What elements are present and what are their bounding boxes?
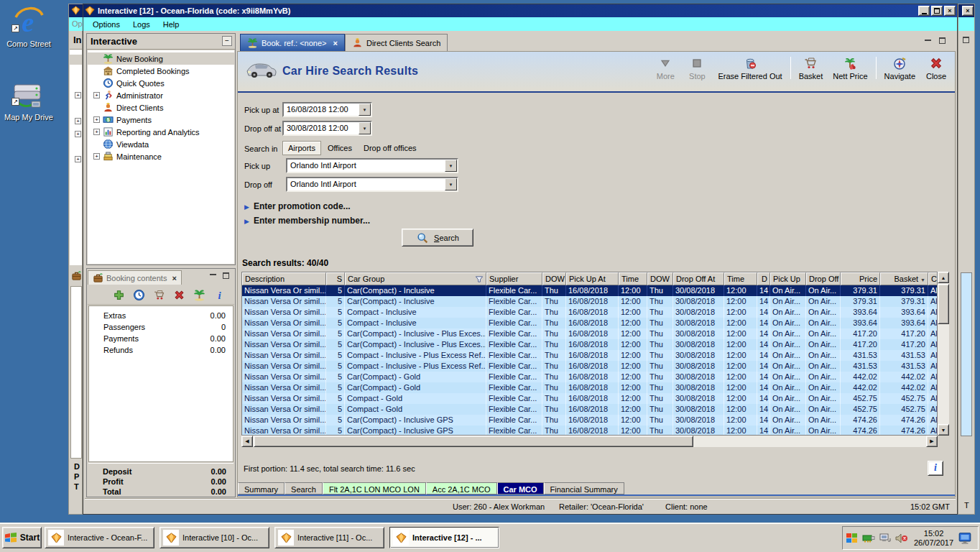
basket-button[interactable]: Basket: [794, 54, 828, 82]
background-window-right-edge[interactable]: × T: [958, 4, 975, 515]
minimize-button[interactable]: [918, 6, 930, 16]
nett-price-button[interactable]: Nett Price: [828, 54, 872, 82]
taskbar-button-interactive-11-oc[interactable]: Interactive [11] - Oc...: [274, 527, 384, 548]
bottom-tab-search[interactable]: Search: [285, 482, 323, 494]
sidebar-item-payments[interactable]: +$Payments: [88, 114, 234, 126]
search-in-airports[interactable]: Airports: [282, 141, 321, 155]
table-row[interactable]: Nissan Versa Or simil...5Compact - Inclu…: [242, 350, 937, 361]
booking-toolbar-plus-button[interactable]: [113, 289, 125, 301]
tray-vm-icon[interactable]: [846, 532, 859, 545]
navigate-button[interactable]: Navigate: [879, 54, 920, 82]
sidebar-collapse-button[interactable]: −: [222, 36, 232, 46]
menu-logs[interactable]: Logs: [126, 19, 157, 30]
bg-maximize-pane-icon[interactable]: [963, 37, 969, 43]
sidebar-item-reporting-and-analytics[interactable]: +Reporting and Analytics: [88, 126, 234, 138]
tree-expander-icon[interactable]: +: [93, 129, 100, 135]
column-header-d[interactable]: D: [757, 272, 770, 285]
table-row[interactable]: Nissan Versa Or simil...5Compact - Inclu…: [242, 361, 937, 372]
bg-tree-expander[interactable]: +: [75, 118, 81, 124]
dropdown-arrow-icon[interactable]: ▼: [359, 122, 371, 134]
table-row[interactable]: Nissan Versa Or simil...5Car(Compact) - …: [242, 285, 937, 296]
taskbar-button-interactive-ocean-f[interactable]: Interactive - Ocean-F...: [45, 527, 154, 548]
bottom-tab-acc-2a-1c-mco[interactable]: Acc 2A,1C MCO: [426, 482, 497, 494]
bg-close-button[interactable]: ×: [962, 6, 974, 16]
booking-toolbar-clock-button[interactable]: [133, 289, 145, 301]
table-row[interactable]: Nissan Versa Or simil...5Compact - GoldF…: [242, 404, 937, 415]
promotion-code-expander[interactable]: ▶Enter promotion code...: [244, 201, 351, 211]
search-in-offices[interactable]: Offices: [323, 142, 357, 155]
sidebar-item-completed-bookings[interactable]: Completed Bookings: [88, 65, 234, 77]
booking-tab-close-icon[interactable]: ×: [172, 274, 176, 282]
column-header-pick-up-at[interactable]: Pick Up At: [566, 272, 619, 285]
tab-close-icon[interactable]: ×: [333, 39, 338, 47]
tray-mute-icon[interactable]: [895, 532, 908, 545]
table-row[interactable]: Nissan Versa Or simil...5Car(Compact) - …: [242, 382, 937, 393]
column-header-time[interactable]: Time: [619, 272, 647, 285]
column-header-s[interactable]: S: [326, 272, 345, 285]
horizontal-scrollbar-thumb[interactable]: [254, 436, 693, 447]
scroll-up-icon[interactable]: ▲: [938, 272, 949, 283]
table-row[interactable]: Nissan Versa Or simil...5Car(Compact) - …: [242, 426, 937, 436]
scroll-down-icon[interactable]: ▼: [938, 424, 949, 436]
bottom-tab-financial-summary[interactable]: Financial Summary: [544, 482, 624, 494]
horizontal-scrollbar[interactable]: ◀ ▶: [241, 436, 938, 447]
table-row[interactable]: Nissan Versa Or simil...5Compact - Inclu…: [242, 307, 937, 318]
sidebar-item-viewdata[interactable]: Viewdata: [88, 138, 234, 150]
dropdown-arrow-icon[interactable]: ▼: [445, 178, 457, 190]
start-button[interactable]: Start: [2, 527, 42, 548]
column-header-supplier[interactable]: Supplier: [486, 272, 542, 285]
pickup-location-combo[interactable]: Orlando Intl Airport ▼: [286, 158, 458, 173]
column-header-dow2[interactable]: DOW: [647, 272, 673, 285]
scroll-left-icon[interactable]: ◀: [241, 436, 253, 447]
scroll-right-icon[interactable]: ▶: [926, 436, 938, 447]
sidebar-item-administrator[interactable]: +Administrator: [88, 89, 234, 101]
booking-toolbar-cart-button[interactable]: [153, 289, 165, 301]
dropdown-arrow-icon[interactable]: ▼: [359, 104, 371, 116]
erase-filtered-out-button[interactable]: Erase Filtered Out: [713, 54, 787, 82]
close-button[interactable]: Close: [920, 54, 952, 82]
tree-expander-icon[interactable]: +: [93, 116, 100, 123]
search-button[interactable]: Search: [402, 229, 473, 247]
window-titlebar[interactable]: Interactive [12] - Ocean-Florida (code: …: [83, 4, 957, 17]
table-row[interactable]: Nissan Versa Or simil...5Car(Compact) - …: [242, 328, 937, 339]
filter-icon[interactable]: [475, 275, 484, 283]
bg-tree-expander[interactable]: +: [75, 131, 81, 137]
tree-expander-icon[interactable]: +: [93, 92, 100, 98]
show-desktop-icon[interactable]: [958, 532, 972, 545]
tray-netplug-icon[interactable]: [879, 532, 892, 545]
column-header-drop-off[interactable]: Drop Off: [806, 272, 841, 285]
sidebar-item-quick-quotes[interactable]: Quick Quotes: [88, 77, 234, 89]
table-row[interactable]: Nissan Versa Or simil...5Car(Compact) - …: [242, 296, 937, 307]
tray-nic-icon[interactable]: [862, 532, 875, 545]
column-header-time2[interactable]: Time: [724, 272, 757, 285]
sidebar-item-maintenance[interactable]: +Maintenance: [88, 150, 234, 162]
vertical-scrollbar[interactable]: ▲ ▼: [938, 272, 949, 436]
taskbar-button-interactive-12[interactable]: Interactive [12] - ...: [389, 527, 499, 548]
info-button[interactable]: i: [928, 461, 943, 476]
column-header-drop-off-at[interactable]: Drop Off At: [673, 272, 724, 285]
column-header-dow[interactable]: DOW: [542, 272, 566, 285]
sidebar-item-direct-clients[interactable]: Direct Clients: [88, 101, 234, 114]
close-button[interactable]: ×: [944, 6, 956, 16]
desktop-icon-map-my-drive[interactable]: ↗ Map My Drive: [0, 80, 57, 121]
dropdown-arrow-icon[interactable]: ▼: [445, 160, 457, 172]
vertical-scrollbar-thumb[interactable]: [938, 284, 949, 324]
menu-help[interactable]: Help: [157, 19, 186, 30]
pickup-at-combo[interactable]: 16/08/2018 12:00 ▼: [282, 102, 372, 117]
booking-contents-tab[interactable]: Booking contents ×: [88, 270, 182, 285]
menu-options[interactable]: Options: [86, 19, 126, 30]
pane-maximize-icon[interactable]: [223, 272, 229, 279]
dropoff-at-combo[interactable]: 30/08/2018 12:00 ▼: [282, 121, 372, 136]
column-header-pick-up[interactable]: Pick Up: [770, 272, 806, 285]
pane-minimize-icon[interactable]: [210, 273, 216, 275]
column-header-car-co[interactable]: Ca: [928, 272, 938, 285]
bg-tree-expander[interactable]: +: [75, 92, 81, 98]
tab-direct-clients-search[interactable]: Direct Clients Search: [345, 34, 448, 51]
table-row[interactable]: Nissan Versa Or simil...5Car(Compact) - …: [242, 339, 937, 350]
search-in-drop-off-offices[interactable]: Drop off offices: [359, 142, 422, 155]
bottom-tab-summary[interactable]: Summary: [238, 482, 285, 494]
taskbar-button-interactive-10-oc[interactable]: Interactive [10] - Oc...: [160, 527, 269, 548]
booking-toolbar-info-button[interactable]: i: [213, 289, 226, 301]
sidebar-item-new-booking[interactable]: New Booking: [88, 52, 234, 65]
maximize-button[interactable]: [931, 6, 943, 16]
